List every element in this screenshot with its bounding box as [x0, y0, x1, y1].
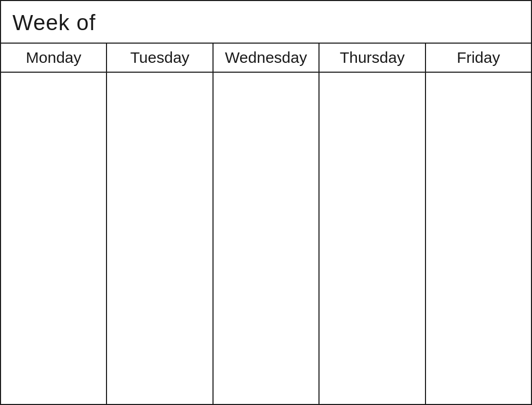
day-columns-container: [1, 73, 531, 404]
day-header-thursday: Thursday: [320, 44, 425, 72]
day-header-wednesday: Wednesday: [214, 44, 320, 72]
day-column-friday[interactable]: [426, 73, 531, 404]
calendar-grid: Monday Tuesday Wednesday Thursday Friday: [1, 44, 531, 404]
day-header-tuesday: Tuesday: [107, 44, 213, 72]
day-header-monday: Monday: [1, 44, 107, 72]
day-column-thursday[interactable]: [320, 73, 425, 404]
day-header-friday: Friday: [426, 44, 531, 72]
day-column-wednesday[interactable]: [214, 73, 320, 404]
page-header: Week of: [1, 1, 531, 44]
week-of-label: Week of: [12, 10, 96, 35]
day-column-tuesday[interactable]: [107, 73, 213, 404]
day-column-monday[interactable]: [1, 73, 107, 404]
day-headers-row: Monday Tuesday Wednesday Thursday Friday: [1, 44, 531, 73]
weekly-planner-page: Week of Monday Tuesday Wednesday Thursda…: [0, 0, 532, 405]
